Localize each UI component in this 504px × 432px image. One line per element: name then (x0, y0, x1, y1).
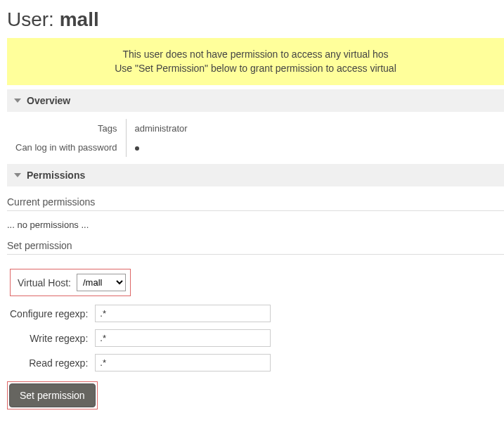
write-regexp-input[interactable] (95, 329, 271, 347)
warning-line-2: Use "Set Permission" below to grant perm… (115, 63, 396, 74)
read-regexp-label: Read regexp: (7, 352, 92, 373)
table-row: Configure regexp: (7, 303, 273, 324)
button-row: Set permission (7, 381, 504, 409)
page-title-username: mall (60, 8, 99, 30)
set-permission-button[interactable]: Set permission (9, 383, 96, 407)
no-permissions-text: ... no permissions ... (7, 220, 504, 230)
tags-value: administrator (126, 119, 196, 138)
chevron-down-icon (14, 99, 21, 103)
set-permission-heading: Set permission (7, 240, 504, 255)
warning-banner: This user does not have permission to ac… (7, 38, 504, 85)
write-regexp-label: Write regexp: (7, 328, 92, 348)
overview-header-label: Overview (27, 95, 70, 106)
page-title: User: mall (0, 0, 504, 38)
login-password-value (126, 138, 196, 157)
table-row: Read regexp: (7, 352, 273, 373)
virtual-host-select[interactable]: /mall (77, 274, 126, 291)
table-row: Virtual Host: /mall (7, 266, 273, 299)
bullet-icon (135, 146, 139, 151)
warning-line-1: This user does not have permission to ac… (122, 49, 388, 60)
configure-regexp-label: Configure regexp: (7, 303, 92, 324)
page-title-prefix: User: (7, 8, 60, 30)
chevron-down-icon (14, 173, 21, 177)
virtual-host-highlight: Virtual Host: /mall (10, 269, 131, 296)
virtual-host-label: Virtual Host: (18, 277, 71, 288)
permissions-header-label: Permissions (27, 170, 85, 181)
table-row: Can log in with password (7, 138, 196, 157)
read-regexp-input[interactable] (95, 354, 271, 371)
current-permissions-heading: Current permissions (7, 196, 504, 211)
overview-section-header[interactable]: Overview (7, 89, 504, 112)
tags-label: Tags (7, 119, 126, 138)
login-password-label: Can log in with password (7, 138, 126, 157)
set-permission-highlight: Set permission (7, 381, 98, 409)
configure-regexp-input[interactable] (95, 305, 271, 322)
table-row: Tags administrator (7, 119, 196, 138)
table-row: Write regexp: (7, 328, 273, 348)
permissions-section-header[interactable]: Permissions (7, 164, 504, 186)
set-permission-form: Virtual Host: /mall Configure regexp: Wr… (7, 262, 273, 377)
overview-table: Tags administrator Can log in with passw… (7, 119, 196, 157)
